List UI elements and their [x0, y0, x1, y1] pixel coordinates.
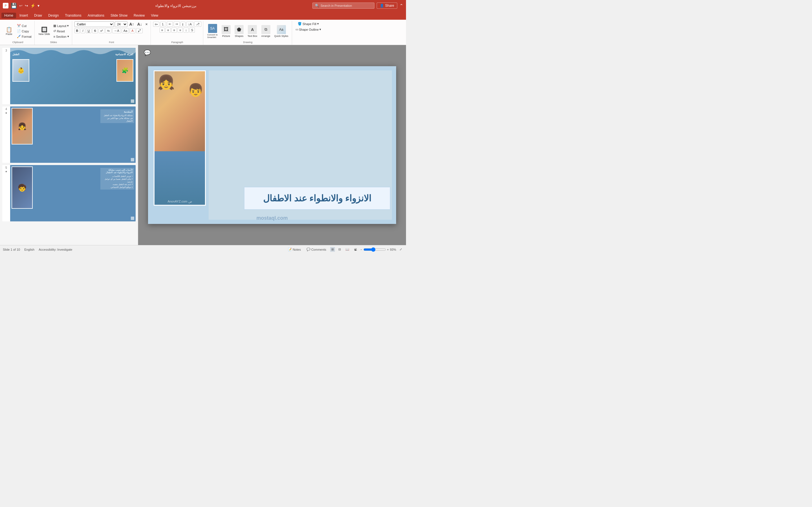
customize-button[interactable]: ▾: [38, 3, 40, 8]
photo-bottom-part: [154, 151, 205, 205]
notes-button[interactable]: 📝 Notes: [286, 247, 303, 252]
slide-number-3-label: 3: [5, 49, 7, 52]
document-title: برزنتيشن الانزواء والانطواء: [155, 4, 196, 8]
search-bar[interactable]: 🔍 Search in Presentation: [312, 3, 374, 9]
slide-panel[interactable]: 3 👶 🧩: [0, 45, 138, 245]
slide-canvas[interactable]: 👧 👦 AnonAYZ.com ص الانزواء والانطواء عند…: [148, 66, 396, 224]
quick-styles-button[interactable]: Aa Quick Styles: [273, 24, 290, 39]
reading-view-button[interactable]: 📖: [344, 247, 350, 252]
quick-access-button[interactable]: ⚡: [31, 3, 35, 8]
layout-button[interactable]: ▦ Layout ▾: [52, 23, 70, 28]
change-case-button[interactable]: Aa: [122, 28, 129, 33]
shapes-label: Shapes: [235, 35, 244, 38]
increase-font-button[interactable]: A↑: [128, 21, 135, 27]
menu-design[interactable]: Design: [45, 13, 61, 18]
font-row1: Calibri 24 A↑ A↓ ✕: [74, 21, 149, 27]
bullets-button[interactable]: ≡•: [153, 22, 159, 27]
convert-smartart-button2[interactable]: SA Convert toSmartArt: [206, 23, 219, 40]
menu-home[interactable]: Home: [1, 13, 16, 18]
slide-4-body: مشكلة الانزواء والانطواء عند الطفل هي مش…: [102, 114, 133, 122]
menu-bar: Home Insert Draw Design Transitions Anim…: [0, 11, 406, 20]
reset-icon: ↺: [53, 29, 56, 33]
cols-button[interactable]: ⫿: [181, 22, 186, 27]
smartart-icon: SA: [208, 24, 217, 33]
text-direction-button[interactable]: ↕A: [186, 22, 193, 27]
copy-button[interactable]: 📄 Copy: [16, 29, 33, 34]
textbox-button[interactable]: A Text Box: [246, 24, 259, 39]
shape-fill-button[interactable]: 🪣 Shape Fill ▾: [297, 21, 320, 26]
align-right-button[interactable]: ≡: [171, 27, 176, 33]
ribbon-group-paragraph: ≡• 1. ⇐ ⇒ ⫿ ↕A ⎇ ≡ ≡ ≡ ≡ ↕ S Paragraph: [151, 21, 203, 45]
clear-format-button[interactable]: ✕: [144, 22, 149, 27]
font-row2: B I U S x² x₂ ↔A Aa A 🖍: [74, 28, 143, 33]
menu-draw[interactable]: Draw: [31, 13, 45, 18]
normal-view-button[interactable]: ⊞: [330, 247, 335, 252]
share-button[interactable]: 👤 Share: [377, 3, 397, 9]
slide-sorter-button[interactable]: ⊟: [337, 247, 342, 252]
strikethrough-button[interactable]: S: [92, 28, 98, 33]
save-button[interactable]: 💾: [11, 3, 17, 9]
increase-indent-button[interactable]: ⇒: [174, 21, 180, 27]
decrease-font-button[interactable]: A↓: [136, 21, 143, 27]
menu-view[interactable]: View: [148, 13, 161, 18]
format-icon: 🖌️: [17, 35, 21, 38]
slide-thumb-5[interactable]: 5 ★ 🧒 الأسباب التي تسبب مشكلة الانزواء و…: [2, 165, 136, 221]
slide-thumb-4[interactable]: 4 ★ 👧 المقدمة مشكلة الانزواء والانطواء ع…: [2, 107, 136, 163]
picture-button[interactable]: 🖼 Picture: [220, 24, 232, 39]
menu-slideshow[interactable]: Slide Show: [108, 13, 130, 18]
format-button[interactable]: 🖌️ Format: [16, 34, 33, 39]
char-spacing-button[interactable]: ↔A: [112, 28, 121, 33]
zoom-out-button[interactable]: −: [360, 248, 362, 251]
menu-transitions[interactable]: Transitions: [62, 13, 84, 18]
text-shadow-button[interactable]: S: [190, 27, 195, 33]
menu-insert[interactable]: Insert: [17, 13, 31, 18]
zoom-in-button[interactable]: +: [387, 248, 389, 251]
status-left: Slide 1 of 10 English Accessibility: Inv…: [3, 248, 72, 251]
arrange-button[interactable]: ⧉ Arrange: [259, 24, 272, 39]
paste-icon: 📋: [6, 27, 12, 32]
cut-button[interactable]: ✂️ Cut: [16, 23, 33, 28]
superscript-button[interactable]: x²: [99, 28, 105, 33]
font-family-select[interactable]: Calibri: [74, 21, 114, 27]
font-color-button[interactable]: A: [130, 28, 135, 33]
presenter-view-button[interactable]: 📽: [353, 247, 358, 252]
menu-review[interactable]: Review: [131, 13, 147, 18]
notes-icon: 📝: [288, 247, 292, 251]
slide-num-3: 3: [2, 48, 10, 104]
font-size-select[interactable]: 24: [115, 21, 128, 27]
menu-animations[interactable]: Animations: [85, 13, 107, 18]
redo-button[interactable]: ↪: [25, 3, 28, 8]
canvas-left-photo: 👧 👦 AnonAYZ.com ص: [154, 70, 206, 206]
slide-4-photo: 👧: [11, 108, 33, 145]
subscript-button[interactable]: x₂: [105, 28, 112, 33]
line-spacing-button[interactable]: ↕: [184, 27, 189, 33]
comments-button[interactable]: 💬 Comments: [305, 247, 328, 252]
comment-icon[interactable]: 💬: [144, 49, 151, 56]
zoom-slider[interactable]: [363, 247, 386, 252]
align-center-button[interactable]: ≡: [165, 27, 170, 33]
underline-button[interactable]: U: [86, 28, 92, 33]
numbering-button[interactable]: 1.: [160, 22, 166, 27]
section-button[interactable]: ≡ Section ▾: [52, 34, 70, 39]
reset-button[interactable]: ↺ Reset: [52, 29, 70, 34]
fit-page-button[interactable]: ⤢: [398, 247, 403, 252]
undo-button[interactable]: ↩: [19, 3, 22, 8]
paste-label: Paste: [6, 33, 12, 36]
decrease-indent-button[interactable]: ⇐: [167, 21, 173, 27]
language-label[interactable]: English: [24, 248, 35, 251]
justify-button[interactable]: ≡: [177, 27, 183, 33]
new-slide-button[interactable]: 🔲 New Slide: [37, 26, 52, 37]
shapes-button[interactable]: ⬟ Shapes: [233, 24, 245, 39]
slide-thumb-3[interactable]: 3 👶 🧩: [2, 48, 136, 104]
text-highlight-button[interactable]: 🖍: [136, 28, 143, 33]
bold-button[interactable]: B: [74, 28, 80, 33]
accessibility-label[interactable]: Accessibility: Investigate: [39, 248, 72, 251]
align-left-button[interactable]: ≡: [160, 27, 165, 33]
paste-button[interactable]: 📋 Paste: [3, 26, 15, 37]
italic-button[interactable]: I: [81, 28, 85, 33]
collapse-button[interactable]: ⌃: [400, 3, 403, 8]
canvas-title-box[interactable]: الانزواء والانطواء عند الاطفال: [244, 187, 391, 210]
slide-3-right-title-text: العزلة الاجتماعية: [115, 53, 133, 56]
shape-outline-button[interactable]: ▭ Shape Outline ▾: [294, 27, 322, 32]
convert-smartart-button[interactable]: ⎇: [194, 21, 201, 27]
